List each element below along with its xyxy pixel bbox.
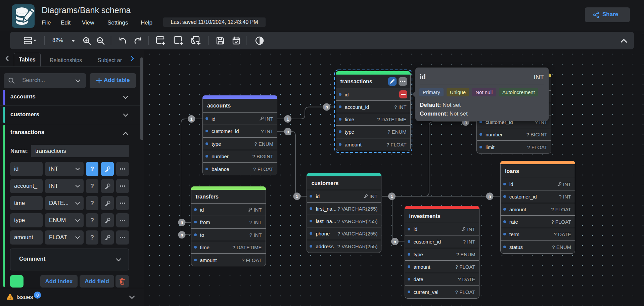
svg-text:n: n	[489, 194, 491, 199]
svg-text:1: 1	[286, 117, 289, 122]
svg-text:n: n	[181, 232, 183, 237]
svg-text:1: 1	[296, 194, 298, 199]
svg-text:1: 1	[390, 194, 393, 199]
svg-text:n: n	[286, 129, 289, 134]
svg-text:n: n	[325, 104, 328, 110]
svg-text:n: n	[394, 239, 396, 244]
svg-text:n: n	[181, 220, 183, 225]
svg-text:1: 1	[190, 117, 192, 122]
